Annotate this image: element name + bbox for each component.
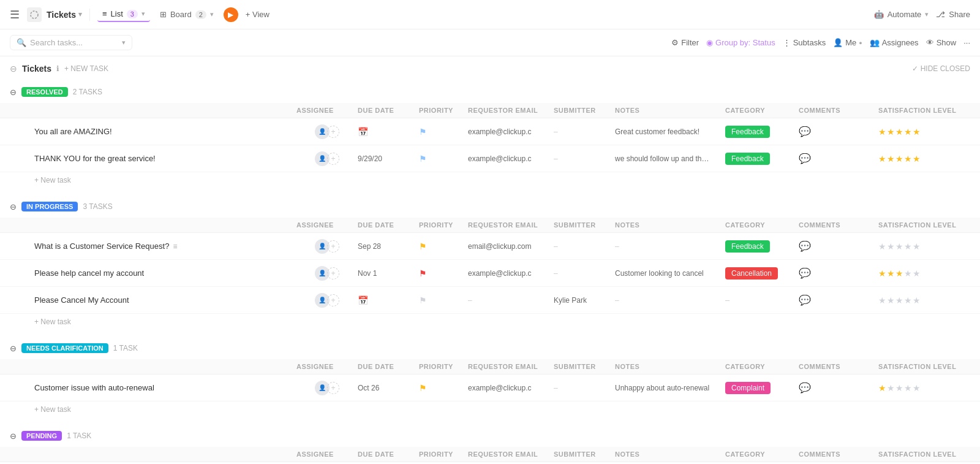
comments-cell[interactable]: 💬 [799,294,878,306]
notes-cell: – [615,296,713,305]
star-3: ★ [895,127,903,137]
due-date-cell[interactable]: 📅 [358,295,419,305]
add-assignee-button[interactable]: + [327,267,339,280]
notes-cell: Customer looking to cancel [615,269,713,278]
add-assignee-button[interactable]: + [327,382,339,394]
app-icon [27,7,42,22]
task-name[interactable]: Please help cancel my account [34,268,296,278]
section-needs-clarification: ⊖ NEEDS CLARIFICATION 1 TASK ASSIGNEE DU… [0,337,980,425]
satisfaction-cell: ★ ★ ★ ★ ★ [878,154,970,164]
hide-closed-button[interactable]: ✓ HIDE CLOSED [912,64,970,73]
col-requestor-email: REQUESTOR EMAIL [468,107,554,114]
svg-point-0 [31,11,38,18]
automate-button[interactable]: 🤖 Automate ▾ [874,10,929,19]
pending-col-headers: ASSIGNEE DUE DATE PRIORITY REQUESTOR EMA… [0,447,980,462]
priority-cell[interactable]: ⚑ [419,383,468,393]
tab-board[interactable]: ⊞ Board 2 ▾ [155,7,219,21]
comments-cell[interactable]: 💬 [799,382,878,394]
calendar-icon: 📅 [358,295,368,305]
col-assignee: ASSIGNEE [296,107,358,114]
comment-icon: 💬 [799,153,811,164]
comments-cell[interactable]: 💬 [799,267,878,279]
due-date-cell[interactable]: 9/29/20 [358,154,419,163]
app-title[interactable]: Tickets ▾ [47,10,82,20]
assignee-cell: 👤 + [296,239,358,254]
category-cell[interactable]: Feedback [725,153,799,165]
comment-icon: 💬 [799,126,811,137]
priority-cell[interactable]: ⚑ [419,242,468,251]
filter-button[interactable]: ⚙ Filter [671,38,699,47]
due-date-cell[interactable]: Sep 28 [358,242,419,251]
add-assignee-button[interactable]: + [327,240,339,253]
priority-cell[interactable]: ⚑ [419,154,468,164]
category-cell[interactable]: Cancellation [725,267,799,280]
task-name[interactable]: THANK YOU for the great service! [34,154,296,163]
category-cell: – [725,295,799,305]
pending-count: 1 TASK [67,432,91,440]
category-cell[interactable]: Feedback [725,126,799,138]
subtasks-button[interactable]: ⋮ Subtasks [783,38,826,47]
search-box[interactable]: 🔍 Search tasks... ▾ [10,35,132,50]
needs-clarification-toggle[interactable]: ⊖ [10,344,17,353]
priority-cell[interactable]: ⚑ [419,127,468,137]
pending-toggle[interactable]: ⊖ [10,432,17,441]
star-3: ★ [895,268,903,278]
add-assignee-button[interactable]: + [327,294,339,306]
category-badge: Feedback [725,153,770,165]
resolved-toggle[interactable]: ⊖ [10,88,17,97]
add-view-button[interactable]: + View [246,10,270,19]
star-2: ★ [887,242,895,251]
resolved-count: 2 TASKS [73,88,102,96]
me-button[interactable]: 👤 Me ● [833,38,862,47]
star-5: ★ [913,242,921,251]
new-task-link-needs-clarification[interactable]: + New task [0,401,980,417]
star-4: ★ [904,242,912,251]
section-inprogress: ⊖ IN PROGRESS 3 TASKS ASSIGNEE DUE DATE … [0,196,980,337]
star-3: ★ [895,154,903,164]
new-task-button[interactable]: + NEW TASK [64,64,108,73]
show-button[interactable]: 👁 Show [926,38,957,47]
needs-clarification-badge: NEEDS CLARIFICATION [21,343,108,353]
assignees-button[interactable]: 👥 Assignees [870,38,919,47]
due-date-cell[interactable]: Oct 26 [358,384,419,392]
task-name[interactable]: Customer issue with auto-renewal [34,383,296,392]
group-by-button[interactable]: ◉ Group by: Status [706,38,775,47]
task-name[interactable]: You all are AMAZING! [34,127,296,136]
task-name[interactable]: Please Cancel My Account [34,295,296,305]
share-button[interactable]: ⎇ Share [936,10,970,19]
due-date-cell[interactable]: Nov 1 [358,269,419,278]
nav-right: 🤖 Automate ▾ ⎇ Share [874,10,970,19]
menu-icon[interactable]: ☰ [10,8,20,21]
task-name[interactable]: What is a Customer Service Request? ≡ [34,242,296,251]
due-date-cell[interactable]: 📅 [358,127,419,137]
new-task-link-resolved[interactable]: + New task [0,172,980,188]
progress-icon[interactable]: ▶ [224,7,238,22]
category-cell[interactable]: Complaint [725,382,799,394]
new-task-link-inprogress[interactable]: + New task [0,314,980,330]
table-row: Please help cancel my account 👤 + Nov 1 … [0,260,980,287]
category-badge: Feedback [725,240,770,253]
priority-cell[interactable]: ⚑ [419,268,468,278]
priority-flag: ⚑ [419,154,427,164]
inprogress-toggle[interactable]: ⊖ [10,202,17,211]
star-3: ★ [895,295,903,305]
star-1: ★ [878,383,886,393]
comments-cell[interactable]: 💬 [799,153,878,164]
task-menu-icon[interactable]: ≡ [173,242,177,251]
comment-icon: 💬 [799,268,811,278]
add-assignee-button[interactable]: + [327,126,339,138]
comments-cell[interactable]: 💬 [799,126,878,137]
notes-cell: Great customer feedback! [615,127,713,136]
category-cell[interactable]: Feedback [725,240,799,253]
tickets-toggle-icon[interactable]: ⊖ [10,64,17,74]
tickets-section-header: ⊖ Tickets ℹ + NEW TASK ✓ HIDE CLOSED [0,56,980,81]
comments-cell[interactable]: 💬 [799,240,878,252]
add-assignee-button[interactable]: + [327,153,339,165]
assignee-cell: 👤 + [296,266,358,281]
search-dropdown-icon[interactable]: ▾ [122,39,126,47]
more-options-button[interactable]: ··· [963,38,970,47]
info-icon[interactable]: ℹ [56,64,59,73]
priority-cell[interactable]: ⚑ [419,295,468,305]
tab-list[interactable]: ≡ List 3 ▾ [97,7,150,22]
category-badge: Feedback [725,126,770,138]
